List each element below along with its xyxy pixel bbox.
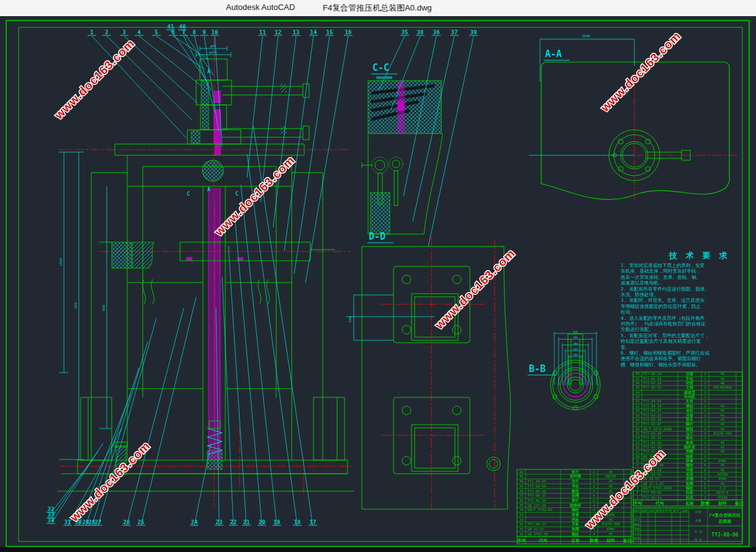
title-bar: Autodesk AutoCAD F4复合管推压机总装图A0.dwg: [0, 0, 756, 16]
bom-code: TYJ-04-01: [643, 399, 662, 403]
bom-code: GB/T 5783-2000: [643, 486, 672, 490]
bom-no: 36: [520, 499, 524, 502]
app-title: Autodesk AutoCAD: [226, 2, 295, 12]
section-bb: [551, 334, 600, 410]
bom-name: 压板: [571, 522, 579, 526]
bom-qty: 2: [704, 399, 706, 403]
bom-code: TYJ-03-07: [643, 422, 662, 426]
bom-qty: 1: [704, 391, 706, 394]
bom-material: 45: [609, 479, 613, 483]
tech-req-title: 技 术 要 求: [668, 251, 729, 260]
watermark-text: www.doc163.com: [52, 37, 137, 122]
bom-header: 数量: [701, 501, 709, 506]
bb-dimension-text: 240: [573, 353, 578, 356]
title-block-label: 批准: [634, 536, 640, 540]
bom-no: 10: [636, 455, 640, 458]
leader-line: [241, 185, 277, 526]
watermark-text: www.doc163.com: [67, 439, 153, 525]
title-block-label: 处数: [641, 509, 647, 513]
leader-line: [273, 36, 296, 227]
bom-name: 螺栓: [571, 532, 580, 536]
bom-material: 45: [721, 468, 725, 472]
bom-no: 37: [520, 494, 524, 497]
bom-code: GB/T 5782-86: [528, 508, 552, 512]
bom-header: 数量: [590, 538, 598, 543]
bom-material: 45: [721, 404, 725, 408]
bb-dimension-text: 350: [573, 336, 578, 339]
bom-code: TYJ-02-11: [643, 436, 662, 440]
title-block-label: 签字: [673, 509, 679, 512]
title-block-label: 校核: [633, 523, 640, 526]
leader-line: [127, 308, 184, 526]
bom-qty: 6: [704, 459, 706, 463]
bom-qty: 4: [593, 532, 595, 536]
title-block: 标记处数分区更改文件号签字日期设计校核审核工艺批准比例质量共 张第 张F4复合管…: [633, 508, 742, 544]
bom-code: TYJ-05-31: [643, 386, 662, 389]
bom-material: 45: [721, 414, 725, 417]
bom-no: 35: [520, 504, 524, 507]
bom-header: 名称: [570, 538, 580, 543]
bom-no: 13: [636, 441, 640, 445]
bom-no: 19: [636, 414, 640, 417]
tech-req-line: 水洗、防锈处理。: [620, 292, 659, 297]
bom-material: 45: [609, 532, 613, 536]
bom-material: 45: [721, 377, 725, 381]
bom-material: ZG270-500: [601, 522, 620, 526]
dim-text: 540: [348, 316, 352, 322]
bom-header: 代号: [538, 538, 547, 543]
balloon-number: 3: [122, 29, 125, 35]
balloon-number: 20: [259, 519, 266, 525]
dim-text: 930: [74, 302, 78, 309]
bom-material: 45: [721, 463, 725, 467]
bb-dimension-text: 300: [573, 342, 578, 345]
bom-material: 40: [721, 381, 725, 385]
bom-qty: 2: [704, 468, 706, 472]
drawing-canvas[interactable]: 1234567891011121314154140163538363739313…: [0, 16, 756, 552]
bom-no: 16: [636, 427, 640, 431]
bom-material: 45: [609, 518, 613, 522]
leader-line: [305, 36, 348, 283]
bom-header: 备注: [734, 500, 744, 506]
bom-code: TYJ-03-25: [643, 414, 662, 417]
bom-qty: 1: [704, 473, 706, 476]
bom-code: TYJ-02-16: [643, 432, 662, 435]
bom-no: 26: [636, 381, 640, 385]
title-block-label: 共 张: [695, 530, 703, 534]
title-block-label: 比例: [695, 510, 701, 514]
bom-header: 序号: [632, 500, 642, 506]
title-block-label: 分区: [649, 509, 655, 512]
tech-req-line: 然后一次安装滚轮、支承、齿轮、轴、: [620, 274, 701, 280]
bom-no: 33: [520, 513, 524, 517]
balloon-number: 31: [65, 519, 71, 525]
balloon-number: 18: [294, 519, 301, 525]
bom-no: 27: [636, 377, 640, 381]
bom-no: 20: [636, 409, 640, 412]
cut-mark: A: [207, 69, 210, 75]
bom-qty: 1: [704, 409, 706, 412]
bom-material: 45: [609, 470, 613, 474]
balloon-number: 26: [124, 519, 130, 525]
tech-req-line: 5. 装配前应对零、部件的主要配合尺寸，: [621, 333, 709, 338]
balloon-number: 25: [138, 519, 145, 525]
leader-line: [228, 246, 246, 526]
balloon-number: 14: [310, 29, 317, 35]
leader-line: [235, 215, 262, 526]
balloon-number: 19: [274, 519, 281, 525]
tech-req-line: 等用螺纹连接固定的部位应拧紧，防止: [621, 304, 701, 309]
bom-no: 11: [636, 450, 640, 453]
bom-name: 拉杆: [571, 479, 579, 483]
bom-qty: 2: [593, 479, 595, 483]
bom-qty: 6: [704, 477, 706, 481]
bom-qty: 1: [704, 418, 706, 422]
tech-req-line: 使用不合适的旋具和扳手。紧固后螺钉: [621, 356, 701, 361]
bom-qty: 1: [704, 377, 706, 381]
tech-req-line: 减速器以及电动机。: [621, 280, 663, 286]
title-block-label: 审核: [634, 527, 640, 530]
balloon-number: 24: [191, 519, 198, 525]
balloon-number: 11: [259, 29, 266, 35]
bom-code: GB 97.1-85: [643, 482, 664, 486]
bom-code: TYJ-05-20: [643, 377, 662, 381]
balloon-number: 36: [433, 29, 440, 35]
drawing-number: TYJ-00-00: [711, 532, 739, 538]
bom-material: 45: [721, 409, 725, 412]
